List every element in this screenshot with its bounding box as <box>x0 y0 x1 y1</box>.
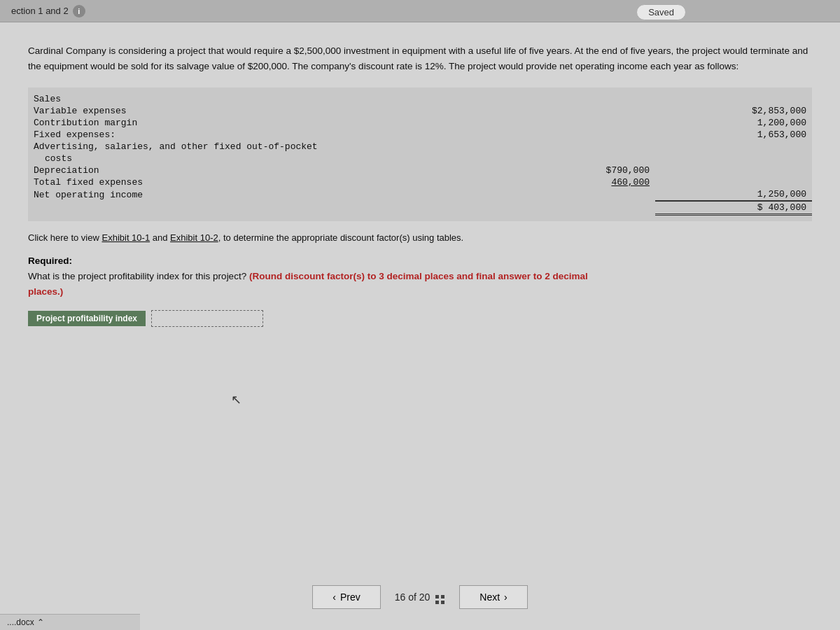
row-val2: $ 403,000 <box>655 201 812 215</box>
highlight-text-2: places.) <box>28 286 63 297</box>
row-val1 <box>498 105 655 117</box>
row-val1 <box>498 188 655 201</box>
answer-row: Project profitability index <box>28 310 812 327</box>
table-row: Advertising, salaries, and other fixed o… <box>28 141 812 153</box>
page-info: 16 of 20 <box>395 589 446 605</box>
problem-text: Cardinal Company is considering a projec… <box>28 43 812 74</box>
table-row: Depreciation $790,000 <box>28 164 812 176</box>
table-row: Total fixed expenses 460,000 <box>28 176 812 188</box>
table-row: Contribution margin 1,200,000 <box>28 117 812 129</box>
prev-chevron-icon: ‹ <box>332 592 336 603</box>
exhibit-click-text: Click here to view Exhibit 10-1 and Exhi… <box>28 232 812 243</box>
file-name: ....docx <box>7 617 34 627</box>
next-chevron-icon: › <box>504 592 507 603</box>
table-row: $ 403,000 <box>28 201 812 215</box>
row-val2: $2,853,000 <box>655 105 812 117</box>
row-label: costs <box>28 153 498 164</box>
section-title: ection 1 and 2 <box>11 6 69 16</box>
row-val2: 1,200,000 <box>655 117 812 129</box>
row-label: Depreciation <box>28 164 498 176</box>
row-label: Net operating income <box>28 188 498 201</box>
row-val1 <box>498 129 655 141</box>
highlight-text: (Round discount factor(s) to 3 decimal p… <box>249 271 588 281</box>
row-label: Total fixed expenses <box>28 176 498 188</box>
row-val2: 1,653,000 <box>655 129 812 141</box>
top-bar: ection 1 and 2 i <box>0 0 840 22</box>
info-icon[interactable]: i <box>73 5 85 18</box>
table-row: Fixed expenses: 1,653,000 <box>28 129 812 141</box>
cursor-arrow: ↖ <box>231 392 241 407</box>
page-display: 16 of 20 <box>395 592 430 603</box>
grid-icon <box>435 589 445 605</box>
question-text: What is the project profitability index … <box>28 271 246 281</box>
table-row: Sales <box>28 93 812 105</box>
next-label: Next <box>479 592 500 603</box>
answer-label: Project profitability index <box>28 311 146 326</box>
bottom-navigation: ‹ Prev 16 of 20 Next › <box>0 585 840 609</box>
required-section: Required: What is the project profitabil… <box>28 255 812 299</box>
row-val1 <box>498 141 655 153</box>
row-val2: 1,250,000 <box>655 188 812 201</box>
table-row: Variable expenses $2,853,000 <box>28 105 812 117</box>
table-row: costs <box>28 153 812 164</box>
row-val1 <box>498 201 655 215</box>
income-table: Sales Variable expenses $2,853,000 Contr… <box>28 93 812 216</box>
income-table-wrapper: Sales Variable expenses $2,853,000 Contr… <box>28 88 812 221</box>
row-val2 <box>655 164 812 176</box>
row-label: Advertising, salaries, and other fixed o… <box>28 141 498 153</box>
chevron-up-icon: ⌃ <box>37 617 44 627</box>
saved-badge: Saved <box>636 4 686 20</box>
row-val1: 460,000 <box>498 176 655 188</box>
row-label: Fixed expenses: <box>28 129 498 141</box>
row-val2 <box>655 153 812 164</box>
required-title: Required: <box>28 255 812 266</box>
prev-label: Prev <box>340 592 360 603</box>
bottom-file-bar: ....docx ⌃ <box>0 614 140 630</box>
row-label: Sales <box>28 93 498 105</box>
prev-button[interactable]: ‹ Prev <box>312 585 380 609</box>
row-label <box>28 201 498 215</box>
row-val1 <box>498 93 655 105</box>
table-row: Net operating income 1,250,000 <box>28 188 812 201</box>
next-button[interactable]: Next › <box>459 585 527 609</box>
row-val2 <box>655 93 812 105</box>
content-area: Cardinal Company is considering a projec… <box>0 22 840 341</box>
row-label: Contribution margin <box>28 117 498 129</box>
main-container: ection 1 and 2 i Saved Cardinal Company … <box>0 0 840 630</box>
row-val1 <box>498 153 655 164</box>
row-label: Variable expenses <box>28 105 498 117</box>
row-val2 <box>655 176 812 188</box>
exhibit-10-2-link[interactable]: Exhibit 10-2 <box>170 232 218 243</box>
required-question: What is the project profitability index … <box>28 269 812 299</box>
profitability-index-input[interactable] <box>151 310 263 327</box>
row-val1 <box>498 117 655 129</box>
row-val2 <box>655 141 812 153</box>
row-val1: $790,000 <box>498 164 655 176</box>
exhibit-10-1-link[interactable]: Exhibit 10-1 <box>102 232 150 243</box>
